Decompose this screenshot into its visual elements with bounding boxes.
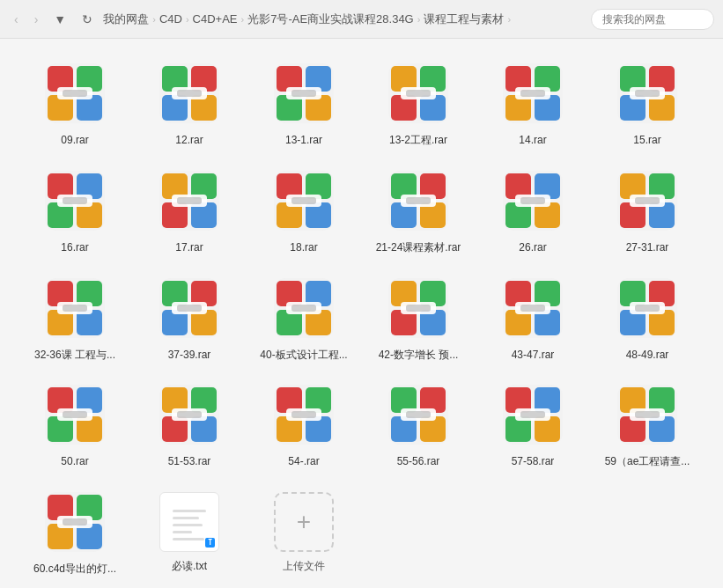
file-name: 54-.rar: [288, 454, 319, 469]
file-name: 60.c4d导出的灯...: [33, 562, 116, 577]
forward-button[interactable]: ›: [29, 9, 44, 30]
rar-icon: [159, 385, 219, 447]
file-item[interactable]: 60.c4d导出的灯...: [18, 481, 132, 585]
file-name: 09.rar: [61, 133, 88, 148]
file-item[interactable]: 09.rar: [18, 53, 132, 157]
svg-rect-97: [177, 305, 202, 312]
search-input[interactable]: [591, 9, 714, 30]
rar-icon: [45, 278, 105, 341]
svg-rect-146: [291, 411, 316, 418]
file-item[interactable]: 14.rar: [476, 53, 590, 157]
rar-icon: [159, 63, 219, 126]
svg-rect-132: [63, 411, 87, 418]
file-item[interactable]: 13-1.rar: [247, 53, 361, 157]
svg-rect-111: [406, 305, 431, 312]
breadcrumb-item-c4d[interactable]: C4D: [159, 12, 182, 26]
file-name: 48-49.rar: [626, 348, 669, 363]
file-name: 59（ae工程请查...: [605, 454, 690, 469]
svg-rect-41: [635, 90, 660, 97]
file-item[interactable]: 15.rar: [590, 53, 705, 157]
file-name: 13-2工程.rar: [389, 133, 447, 148]
svg-rect-125: [635, 305, 660, 312]
file-item[interactable]: 21-24课程素材.rar: [361, 160, 476, 264]
breadcrumb-item-course[interactable]: 光影7号-AE商业实战课程28.34G: [247, 11, 414, 27]
breadcrumb-sep-5: ›: [507, 14, 511, 25]
file-name: 13-1.rar: [285, 133, 322, 148]
breadcrumb-item-material[interactable]: 课程工程与素材: [424, 11, 504, 27]
refresh-button[interactable]: ↻: [77, 9, 98, 30]
file-item[interactable]: 54-.rar: [247, 374, 361, 478]
file-name: 42-数字增长 预...: [379, 348, 459, 363]
file-item[interactable]: 59（ae工程请查...: [590, 374, 705, 478]
file-name: 必读.txt: [172, 559, 207, 574]
file-item[interactable]: 17.rar: [132, 160, 247, 264]
rar-icon: [45, 171, 105, 233]
file-name: 26.rar: [519, 240, 546, 255]
file-item[interactable]: 42-数字增长 预...: [361, 268, 476, 371]
file-item[interactable]: 16.rar: [18, 160, 132, 264]
svg-rect-6: [63, 90, 87, 97]
rar-icon: [617, 63, 677, 126]
rar-icon: [45, 63, 105, 126]
rar-icon: [159, 171, 219, 233]
file-name: 27-31.rar: [626, 240, 669, 255]
breadcrumb-item-myDisk[interactable]: 我的网盘: [103, 11, 149, 27]
rar-icon: [617, 385, 677, 447]
file-item[interactable]: 48-49.rar: [590, 268, 705, 371]
file-item[interactable]: 55-56.rar: [361, 374, 476, 478]
file-item[interactable]: 51-53.rar: [132, 374, 247, 478]
svg-rect-139: [177, 411, 202, 418]
file-name: 12.rar: [175, 133, 203, 148]
file-name: 43-47.rar: [512, 348, 555, 363]
breadcrumb-item-c4dae[interactable]: C4D+AE: [193, 12, 238, 26]
rar-icon: [274, 171, 334, 233]
dropdown-button[interactable]: ▼: [48, 9, 71, 30]
rar-icon: [388, 278, 448, 341]
file-item[interactable]: 57-58.rar: [476, 374, 590, 478]
svg-rect-48: [63, 197, 87, 204]
rar-icon: [617, 278, 677, 341]
svg-rect-83: [635, 197, 660, 204]
file-name: 21-24课程素材.rar: [376, 240, 461, 255]
rar-icon: [503, 385, 563, 447]
file-name: 17.rar: [175, 240, 203, 255]
file-item[interactable]: 12.rar: [132, 53, 247, 157]
svg-rect-160: [520, 411, 545, 418]
rar-icon: [388, 385, 448, 447]
breadcrumb-sep-1: ›: [152, 14, 156, 25]
svg-rect-118: [520, 305, 545, 312]
file-item[interactable]: 13-2工程.rar: [361, 53, 476, 157]
file-item[interactable]: 37-39.rar: [132, 268, 247, 371]
file-name: 57-58.rar: [512, 454, 555, 469]
breadcrumb-sep-4: ›: [417, 14, 421, 25]
file-item[interactable]: 50.rar: [18, 374, 132, 478]
rar-icon: [503, 278, 563, 341]
file-item[interactable]: 27-31.rar: [590, 160, 705, 264]
upload-button[interactable]: + 上传文件: [247, 481, 361, 585]
breadcrumb-sep-3: ›: [241, 14, 245, 25]
file-name: 55-56.rar: [397, 454, 440, 469]
svg-rect-27: [406, 90, 431, 97]
svg-rect-34: [520, 90, 545, 97]
file-item[interactable]: 26.rar: [476, 160, 590, 264]
rar-icon: [274, 63, 334, 126]
svg-rect-55: [177, 197, 202, 204]
back-button[interactable]: ‹: [9, 9, 24, 30]
rar-icon: [503, 63, 563, 126]
file-item[interactable]: 18.rar: [247, 160, 361, 264]
file-item[interactable]: 32-36课 工程与...: [18, 268, 132, 371]
file-item[interactable]: T 必读.txt: [132, 481, 247, 585]
nav-bar: ‹ › ▼ ↻ 我的网盘 › C4D › C4D+AE › 光影7号-AE商业实…: [0, 0, 723, 39]
file-item[interactable]: 43-47.rar: [476, 268, 590, 371]
svg-rect-153: [406, 411, 431, 418]
file-item[interactable]: 40-板式设计工程...: [247, 268, 361, 371]
svg-rect-167: [635, 411, 660, 418]
file-name: 16.rar: [61, 240, 88, 255]
rar-icon: [274, 278, 334, 341]
file-name: 51-53.rar: [168, 454, 211, 469]
c4d-icon: [45, 492, 105, 555]
svg-rect-104: [291, 305, 316, 312]
svg-rect-13: [177, 90, 202, 97]
rar-icon: [388, 171, 448, 233]
file-name: 50.rar: [61, 454, 88, 469]
